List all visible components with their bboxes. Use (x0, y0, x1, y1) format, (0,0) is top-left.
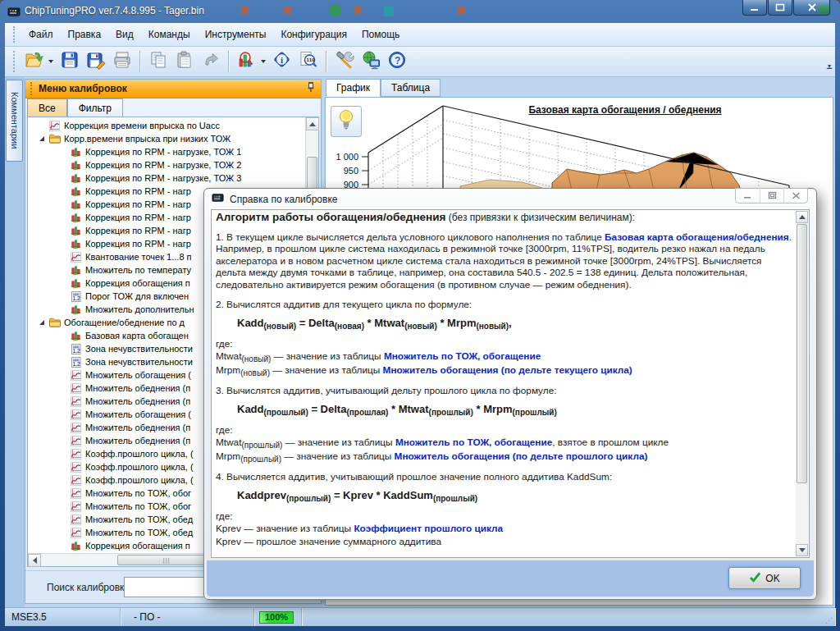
scroll-up-button[interactable] (306, 117, 319, 130)
table-link[interactable]: Коэффициент прошлого цикла (354, 523, 503, 534)
dialog-paragraph: 1. В текущем цикле вычисляется дельта ус… (216, 231, 792, 291)
tree-item-label: Множитель обеднения (п (85, 434, 190, 447)
tab-table[interactable]: Таблица (381, 79, 441, 97)
menu-item[interactable]: Файл (21, 26, 61, 43)
menu-item[interactable]: Помощь (354, 26, 407, 43)
table-link[interactable]: Базовая карта обогащения/обеднения (605, 231, 789, 243)
scroll-up-button[interactable] (796, 211, 808, 223)
bars-icon (71, 265, 82, 276)
dialog-paragraph: Kaddprev(прошлый) = Kprev * KaddSum(прош… (237, 490, 792, 503)
bars-icon (71, 331, 82, 341)
scroll-thumb[interactable] (797, 224, 807, 483)
dialog-scrollbar[interactable] (796, 211, 808, 556)
help-button[interactable]: ? (384, 49, 410, 74)
progress-badge: 100% (259, 611, 294, 624)
paste-button[interactable] (171, 49, 198, 74)
find-number-icon: 110 (299, 50, 318, 73)
curve-icon (71, 370, 82, 381)
curve-icon (71, 252, 82, 263)
settings-button[interactable] (331, 49, 358, 74)
dialog-title: Справка по калибровке (230, 194, 337, 205)
find-number-button[interactable]: 110 (295, 49, 322, 74)
save-as-button[interactable] (83, 49, 109, 74)
pin-icon[interactable] (306, 81, 316, 96)
dialog-minimize-button[interactable] (736, 188, 760, 203)
arrow-up-icon (799, 215, 806, 219)
menu-item[interactable]: Команды (141, 26, 198, 43)
dialog-close-button[interactable] (783, 188, 807, 203)
menu-grip[interactable] (13, 26, 16, 43)
menu-item[interactable]: Правка (61, 26, 109, 43)
tree-item[interactable]: Коррекция времени впрыска по Uacc (28, 119, 305, 132)
lightbulb-icon (337, 109, 355, 134)
aero-glass-decoration (330, 5, 340, 16)
table-link[interactable]: Множитель по ТОЖ, обогащение (395, 437, 552, 448)
close-button[interactable] (793, 0, 830, 16)
main-toolbar: i 110 ? ▾▔ (5, 47, 835, 77)
info-button[interactable]: i (269, 49, 295, 74)
hint-button[interactable] (331, 106, 362, 137)
table-link[interactable]: Множитель обогащения (по дельте текущего… (383, 364, 632, 376)
chart-view-button[interactable] (234, 49, 260, 74)
aero-glass-decoration: ✖ (240, 3, 250, 18)
print-button[interactable] (109, 49, 135, 74)
toolbar-grip[interactable] (13, 51, 16, 71)
scroll-left-button[interactable] (28, 554, 41, 567)
tree-item-label: Коррекция по RPM - нагрузке, ТОЖ 2 (85, 158, 241, 171)
left-dock-strip: Комментарии (5, 77, 25, 607)
minimize-button[interactable] (742, 0, 767, 16)
tree-item-label: Базовая карта обогащен (85, 329, 189, 342)
expander-icon[interactable] (39, 136, 44, 141)
title-bar[interactable]: ✖ ✖ ✖ ✖ ChipTuningPRO ver.7.4.8.995 - Ta… (0, 0, 840, 23)
scalar-icon: 1.2 (71, 357, 82, 368)
aero-glass-decoration: ✖ (282, 3, 293, 18)
bars-icon (71, 147, 82, 158)
copy-button[interactable] (145, 49, 171, 74)
scalar-icon: 1.2 (71, 344, 82, 354)
menu-item[interactable]: Инструменты (198, 26, 274, 43)
dialog-paragraph: Mrpm(прошлый) — значение из таблицы Множ… (216, 450, 792, 464)
undo-button[interactable] (198, 49, 224, 74)
tree-item[interactable]: Коррекция по RPM - нагрузке, ТОЖ 3 (28, 171, 305, 185)
dialog-content: Алгоритм работы обогащения/обеднения (бе… (211, 209, 810, 558)
chart-view-dropdown-arrow[interactable] (261, 60, 266, 63)
tree-item[interactable]: Коррекция по RPM - нагрузке, ТОЖ 1 (28, 145, 305, 158)
tab-graph[interactable]: График (326, 79, 381, 97)
tools-icon (335, 50, 354, 73)
dialog-paragraph: где: (216, 338, 792, 350)
table-link[interactable]: Множитель обогащения (по дельте прошлого… (395, 450, 648, 462)
menu-item[interactable]: Вид (108, 26, 141, 43)
ok-button[interactable]: OK (728, 567, 801, 589)
table-link[interactable]: Множитель по ТОЖ, обогащение (384, 350, 541, 362)
dialog-title-bar[interactable]: Справка по калибровке (204, 189, 816, 209)
dialog-paragraph: Kprev — прошлое значение суммарного адди… (216, 536, 792, 548)
info-icon: i (272, 50, 292, 73)
scroll-thumb[interactable]: ||| (117, 555, 216, 565)
aero-glass-decoration: ✖ (456, 3, 467, 18)
open-dropdown-arrow[interactable] (48, 60, 53, 63)
tab-all[interactable]: Все (27, 98, 67, 117)
menu-item[interactable]: Конфигурация (273, 26, 354, 43)
tree-item[interactable]: Корр.времени впрыска при низких ТОЖ (28, 132, 305, 145)
curve-icon (71, 449, 82, 460)
open-button[interactable] (21, 49, 48, 74)
tree-item-label: Коррекция обогащения п (85, 539, 190, 552)
chart-magnifier-icon (237, 50, 257, 73)
curve-icon (71, 462, 82, 473)
save-button[interactable] (57, 49, 83, 74)
help-icon: ? (387, 50, 407, 73)
tab-filter[interactable]: Фильтр (67, 98, 123, 117)
scroll-down-button[interactable] (796, 544, 808, 556)
y-tick-950: 950 (344, 166, 358, 176)
check-icon (749, 571, 761, 585)
dialog-restore-button[interactable] (760, 188, 783, 203)
comments-dock-tab[interactable]: Комментарии (6, 80, 23, 162)
online-button[interactable] (358, 49, 384, 74)
expander-icon[interactable] (39, 320, 44, 325)
maximize-button[interactable] (768, 0, 792, 16)
tree-item-label: Обогащение/обеднение по д (64, 316, 185, 329)
tree-item[interactable]: Коррекция по RPM - нагрузке, ТОЖ 2 (28, 158, 305, 171)
resize-grip[interactable]: ⋰ (825, 616, 833, 624)
panel-grip[interactable] (30, 82, 33, 94)
toolbar-overflow-button[interactable]: ▾▔ (825, 63, 833, 75)
